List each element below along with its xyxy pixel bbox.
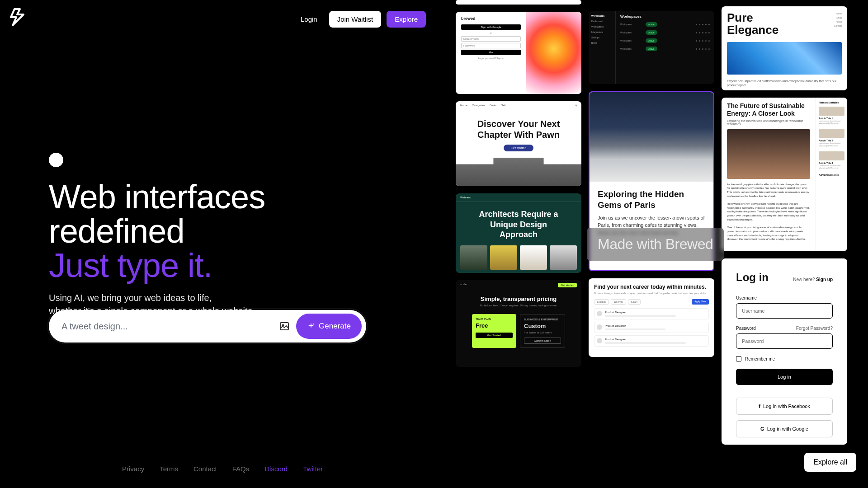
job-row: Product Designer: [594, 335, 709, 347]
gallery-card[interactable]: [456, 0, 581, 5]
card-image: [727, 129, 810, 179]
filter-row: Location Job Type Salary Apply filters: [594, 299, 709, 305]
gallery-card-pawn[interactable]: Home Categories Deals Sell ⚲ Discover Yo…: [456, 101, 581, 186]
job-title: Product Designer: [605, 311, 706, 314]
card-body: As the world grapples with the effects o…: [727, 183, 810, 241]
filter-chip: Salary: [628, 299, 641, 305]
card-thumbs: [456, 245, 581, 270]
gradient-art: [526, 12, 581, 94]
footer-terms[interactable]: Terms: [160, 465, 178, 473]
card-nav: Webrand: [456, 193, 581, 202]
plan-tag: BUSINESS & ENTERPRISE: [524, 318, 561, 321]
related-article: Article Title 2Lorem ipsum dolor sit ame…: [819, 129, 844, 146]
generate-button[interactable]: Generate: [296, 314, 362, 339]
card-title: Find your next career today within minut…: [594, 284, 709, 290]
plan-button: Get Started: [476, 333, 513, 338]
plan-name: Free: [476, 322, 513, 329]
card-title: Simple, transparent pricing: [456, 296, 581, 302]
job-row: Product Designer: [594, 308, 709, 319]
card-body: Experience unparalleled craftsmanship an…: [722, 75, 847, 90]
login-google-button: G Log in with Google: [736, 420, 833, 437]
card-title: Discover Your Next Chapter With Pawn: [456, 110, 581, 145]
card-title: Exploring the Hidden Gems of Paris: [590, 182, 713, 214]
card-brand: scale: [460, 283, 467, 287]
hero-title: Web interfaces redefined Just type it.: [49, 180, 374, 283]
gallery-card-workspaces[interactable]: Workspaces Dashboard Workspaces Integrat…: [589, 11, 714, 84]
apply-button: Apply filters: [692, 299, 709, 305]
hero: Web interfaces redefined Just type it. U…: [49, 153, 374, 318]
signup-link: New here? Sign up: [793, 277, 833, 282]
footer-faqs[interactable]: FAQs: [232, 465, 250, 473]
top-nav: Login Join Waitlist Explore: [294, 11, 426, 28]
sidebar-ads-title: Advertisements: [819, 174, 844, 176]
password-input: [736, 333, 833, 349]
sidebar-item: Workspaces: [591, 25, 613, 28]
card-nav: scale Get started: [456, 280, 581, 290]
footer-links: Privacy Terms Contact FAQs Discord Twitt…: [122, 465, 323, 473]
job-title: Product Designer: [605, 338, 706, 341]
nav-item: Sell: [501, 104, 505, 107]
remember-me: Remember me: [736, 356, 833, 361]
prompt-input[interactable]: [61, 321, 273, 332]
username-input: [736, 303, 833, 319]
nav-item: Deals: [490, 104, 496, 107]
card-sidebar: Workspaces Dashboard Workspaces Integrat…: [589, 11, 616, 84]
join-waitlist-button[interactable]: Join Waitlist: [329, 11, 381, 28]
sparkle-icon: [307, 322, 315, 330]
card-subtitle: Exploring the innovations and challenges…: [727, 119, 810, 126]
gallery-card-architects[interactable]: Webrand Architects Require a Unique Desi…: [456, 193, 581, 273]
card-divider: or: [461, 32, 521, 34]
gallery: brewed Sign with Google or Email/Phone P…: [456, 0, 868, 488]
plan-tag: TEAM PLAN: [476, 318, 513, 320]
username-label: Username: [736, 296, 833, 300]
filter-chip: Location: [594, 299, 609, 305]
gallery-card-sustainable[interactable]: The Future of Sustainable Energy: A Clos…: [722, 98, 847, 251]
card-field: Password: [461, 43, 521, 48]
pricing-plan-free: TEAM PLAN Free Get Started: [472, 314, 516, 348]
sidebar-item: Integrations: [591, 31, 613, 33]
gallery-card-login[interactable]: Log in New here? Sign up Username Passwo…: [722, 258, 847, 445]
card-nav: Home Categories Deals Sell ⚲: [456, 101, 581, 110]
card-cta: Get started: [504, 145, 534, 151]
explore-button[interactable]: Explore: [387, 11, 426, 28]
plan-desc: For teams of 25+ users: [524, 331, 561, 334]
card-menu: HomeShopAboutContact: [834, 12, 842, 37]
card-subtitle: Browse through thousands of open positio…: [594, 292, 709, 295]
job-title: Product Designer: [605, 324, 706, 327]
image-upload-icon[interactable]: [279, 321, 290, 332]
footer-twitter[interactable]: Twitter: [303, 465, 323, 473]
plan-button: Contact Sales: [524, 338, 561, 344]
job-row: Product Designer: [594, 322, 709, 333]
card-image: [590, 92, 713, 182]
related-article: Article Title 1Lorem ipsum dolor sit ame…: [819, 107, 844, 124]
gallery-card-pricing[interactable]: scale Get started Simple, transparent pr…: [456, 280, 581, 367]
explore-all-button[interactable]: Explore all: [804, 453, 856, 472]
remember-label: Remember me: [745, 357, 775, 361]
gallery-card-brewed-login[interactable]: brewed Sign with Google or Email/Phone P…: [456, 12, 581, 94]
card-footnote: Forgot password? Sign up: [461, 57, 521, 60]
gallery-card-career[interactable]: Find your next career today within minut…: [589, 278, 714, 357]
logo[interactable]: [6, 6, 28, 30]
hero-dot-icon: [49, 153, 63, 167]
pricing-plan-custom: BUSINESS & ENTERPRISE Custom For teams o…: [520, 314, 565, 348]
footer-privacy[interactable]: Privacy: [122, 465, 144, 473]
hero-title-line2: Just type it.: [49, 247, 212, 284]
gallery-card-pure-elegance[interactable]: PureElegance HomeShopAboutContact Experi…: [722, 6, 847, 90]
login-facebook-button: f Log in with Facebook: [736, 398, 833, 415]
card-title: The Future of Sustainable Energy: A Clos…: [727, 102, 810, 117]
card-main: Workspaces WorkspaceActive WorkspaceActi…: [616, 11, 714, 84]
hero-sub-line1: Using AI, we bring your web ideas to lif…: [49, 293, 212, 303]
footer-contact[interactable]: Contact: [193, 465, 217, 473]
login-button: Log in: [736, 369, 833, 385]
plan-name: Custom: [524, 323, 561, 329]
nav-item: Home: [460, 104, 467, 107]
workspace-row: WorkspaceActive: [620, 30, 710, 35]
card-image: [456, 158, 581, 186]
login-link[interactable]: Login: [294, 12, 324, 27]
sidebar-item: Dashboard: [591, 20, 613, 23]
card-title: Architects Require a Unique Design Appro…: [456, 202, 581, 245]
made-with-badge: Made with Brewed: [587, 228, 724, 261]
sidebar-title: Related Articles: [819, 101, 844, 104]
card-image: [727, 42, 842, 75]
footer-discord[interactable]: Discord: [264, 465, 288, 473]
